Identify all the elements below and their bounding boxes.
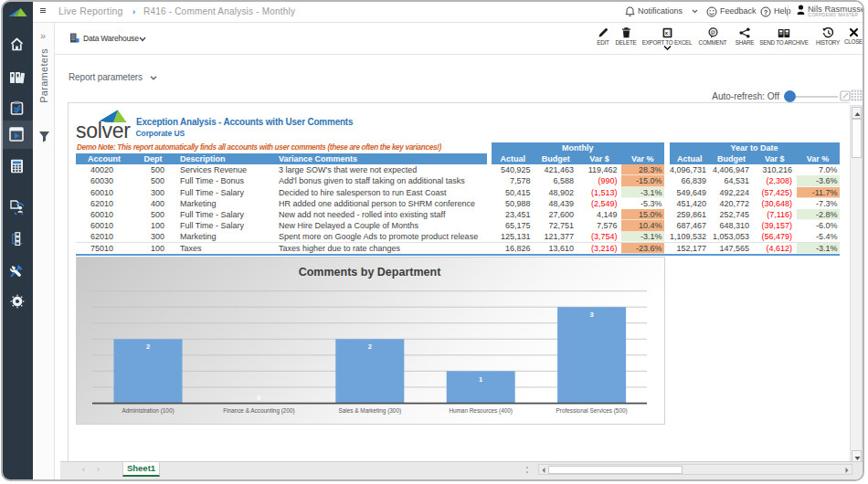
svg-text:Comments by Department: Comments by Department <box>299 266 441 279</box>
svg-text:Administration (100): Administration (100) <box>122 406 174 414</box>
svg-text:0: 0 <box>257 394 260 402</box>
svg-text:Human Resources (400): Human Resources (400) <box>449 406 513 414</box>
svg-text:?: ? <box>764 7 768 16</box>
svg-text:Sales & Marketing (300): Sales & Marketing (300) <box>339 406 402 414</box>
svg-text:3: 3 <box>590 310 594 319</box>
svg-text:Professional Services (500): Professional Services (500) <box>556 406 628 414</box>
svg-text:Finance & Accounting (200): Finance & Accounting (200) <box>223 406 295 414</box>
svg-text:2: 2 <box>368 342 372 351</box>
svg-text:1: 1 <box>479 375 482 384</box>
svg-text:2: 2 <box>146 342 150 351</box>
